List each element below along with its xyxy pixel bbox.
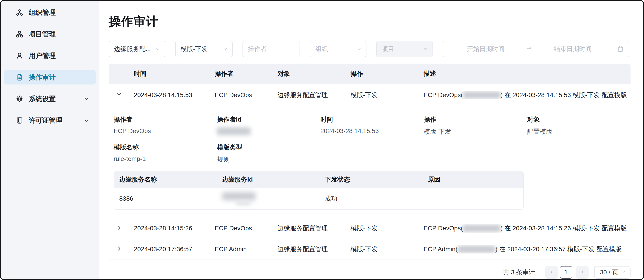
org-icon xyxy=(16,9,23,17)
row-detail-panel: 操作者 ECP DevOps 操作者Id 时间 2024-03-28 14:15… xyxy=(109,106,630,218)
object-filter-select[interactable]: 边缘服务配... xyxy=(109,41,165,57)
sidebar-item-org-management[interactable]: 组织管理 xyxy=(4,6,96,20)
calendar-icon xyxy=(617,46,624,52)
field-value: ECP DevOps xyxy=(114,127,217,135)
field-label: 时间 xyxy=(320,115,424,124)
settings-icon xyxy=(16,95,23,103)
field-label: 对象 xyxy=(527,115,630,124)
chevron-down-icon xyxy=(222,46,228,52)
cell-action: 模版-下发 xyxy=(350,91,424,99)
page-title: 操作审计 xyxy=(109,14,630,30)
chevron-down-icon xyxy=(84,96,89,102)
cell-operator: ECP DevOps xyxy=(215,92,278,99)
column-header-object: 对象 xyxy=(278,70,350,78)
cell-service-name: 8386 xyxy=(114,195,217,202)
column-header-description: 描述 xyxy=(424,70,630,78)
detail-field-operator-id: 操作者Id xyxy=(217,115,320,136)
sidebar-item-label: 用户管理 xyxy=(29,51,56,61)
description-prefix: ECP Admin( xyxy=(424,246,458,252)
edge-service-table: 边缘服务名称 边缘服务Id 下发状态 原因 8386 成功 xyxy=(114,171,524,210)
column-header-service-id: 边缘服务Id xyxy=(217,175,320,184)
chevron-down-icon xyxy=(422,46,428,52)
detail-field-time: 时间 2024-03-28 14:15:53 xyxy=(320,115,424,136)
collapse-row-button[interactable] xyxy=(109,91,134,99)
prev-page-button[interactable] xyxy=(545,266,558,279)
date-range-picker[interactable]: 开始日期时间 结束日期时间 xyxy=(443,41,629,57)
page-number-button[interactable]: 1 xyxy=(560,266,572,279)
column-header-service-name: 边缘服务名称 xyxy=(114,175,217,184)
cell-description: ECP DevOps() 在 2024-03-28 14:15:53 模版-下发… xyxy=(424,91,630,99)
date-start-placeholder[interactable]: 开始日期时间 xyxy=(446,45,526,53)
field-value: 规则 xyxy=(217,155,320,164)
detail-field-object: 对象 配置模版 xyxy=(527,115,630,136)
detail-fields-row-1: 操作者 ECP DevOps 操作者Id 时间 2024-03-28 14:15… xyxy=(114,115,630,136)
sidebar-item-operation-audit[interactable]: 操作审计 xyxy=(4,70,96,85)
pagination: 共 3 条审计 1 30 / 页 xyxy=(109,266,630,279)
edge-service-row: 8386 成功 xyxy=(114,188,524,209)
table-row[interactable]: 2024-03-28 14:15:26 ECP DevOps 边缘服务配置管理 … xyxy=(109,218,630,239)
page-size-select[interactable]: 30 / 页 xyxy=(594,266,630,279)
description-suffix: ) 在 2024-03-20 17:36:57 模版-下发 配置模版 xyxy=(495,246,622,252)
description-prefix: ECP DevOps( xyxy=(424,225,463,232)
sidebar-item-system-settings[interactable]: 系统设置 xyxy=(4,92,96,106)
field-label: 模版名称 xyxy=(114,143,217,152)
cell-object: 边缘服务配置管理 xyxy=(278,91,350,99)
field-label: 模版类型 xyxy=(217,143,320,152)
page-size-value: 30 / 页 xyxy=(600,268,618,277)
cell-action: 模版-下发 xyxy=(350,245,424,253)
edge-service-table-header: 边缘服务名称 边缘服务Id 下发状态 原因 xyxy=(114,171,524,188)
detail-fields-row-2: 模版名称 rule-temp-1 模版类型 规则 xyxy=(114,143,630,164)
description-suffix: ) 在 2024-03-28 14:15:53 模版-下发 配置模版 xyxy=(500,92,627,98)
field-value: 2024-03-28 14:15:53 xyxy=(320,127,424,135)
org-filter-placeholder: 组织 xyxy=(315,45,328,53)
field-label: 操作 xyxy=(424,115,527,124)
next-page-button[interactable] xyxy=(576,266,588,279)
detail-field-template-name: 模版名称 rule-temp-1 xyxy=(114,143,217,164)
sidebar-item-label: 操作审计 xyxy=(29,73,56,82)
redacted-value xyxy=(236,201,251,205)
audit-table-header: 时间 操作者 对象 操作 描述 xyxy=(109,64,630,84)
cell-action: 模版-下发 xyxy=(350,224,424,233)
user-icon xyxy=(16,52,23,60)
expand-row-button[interactable] xyxy=(109,224,134,232)
detail-field-operator: 操作者 ECP DevOps xyxy=(114,115,217,136)
table-row[interactable]: 2024-03-20 17:36:57 ECP Admin 边缘服务配置管理 模… xyxy=(109,239,630,260)
project-filter-placeholder: 项目 xyxy=(382,45,394,53)
column-header-deploy-status: 下发状态 xyxy=(320,175,422,184)
cell-service-id xyxy=(217,192,320,205)
cell-object: 边缘服务配置管理 xyxy=(278,245,350,253)
action-filter-value: 模版-下发 xyxy=(180,45,208,53)
org-filter-select[interactable]: 组织 xyxy=(310,41,366,57)
description-suffix: ) 在 2024-03-28 14:15:26 模版-下发 配置模版 xyxy=(500,225,627,232)
table-row[interactable]: 2024-03-28 14:15:53 ECP DevOps 边缘服务配置管理 … xyxy=(109,84,630,106)
chevron-down-icon xyxy=(356,46,362,52)
audit-icon xyxy=(16,74,23,81)
sidebar-item-project-management[interactable]: 项目管理 xyxy=(4,27,96,41)
sidebar-item-license-management[interactable]: 许可证管理 xyxy=(4,113,96,128)
chevron-down-icon xyxy=(84,118,89,123)
chevron-right-icon xyxy=(116,245,122,253)
sidebar-item-label: 许可证管理 xyxy=(29,116,62,125)
app-window: 组织管理 项目管理 用户管理 操作审计 系统设置 xyxy=(0,0,644,280)
field-value: rule-temp-1 xyxy=(114,155,217,162)
redacted-value xyxy=(463,225,500,232)
cell-time: 2024-03-20 17:36:57 xyxy=(134,246,215,253)
sidebar-item-user-management[interactable]: 用户管理 xyxy=(4,49,96,63)
audit-table: 时间 操作者 对象 操作 描述 2024-03-28 14:15:53 ECP … xyxy=(109,64,630,260)
cell-time: 2024-03-28 14:15:26 xyxy=(134,225,215,232)
operator-input[interactable] xyxy=(242,41,300,57)
object-filter-value: 边缘服务配... xyxy=(114,45,151,53)
date-end-placeholder[interactable]: 结束日期时间 xyxy=(532,45,613,53)
chevron-right-icon xyxy=(116,224,122,232)
project-icon xyxy=(16,30,23,38)
expand-row-button[interactable] xyxy=(109,245,134,253)
field-value: 配置模版 xyxy=(527,127,630,136)
filter-bar: 边缘服务配... 模版-下发 组织 项目 开始日期时间 xyxy=(109,41,630,57)
redacted-value xyxy=(458,246,495,253)
chevron-left-icon xyxy=(549,269,554,276)
cell-description: ECP Admin() 在 2024-03-20 17:36:57 模版-下发 … xyxy=(424,245,630,253)
action-filter-select[interactable]: 模版-下发 xyxy=(175,41,233,57)
column-header-action: 操作 xyxy=(350,70,424,78)
arrow-right-icon xyxy=(526,45,532,53)
chevron-right-icon xyxy=(580,269,585,276)
